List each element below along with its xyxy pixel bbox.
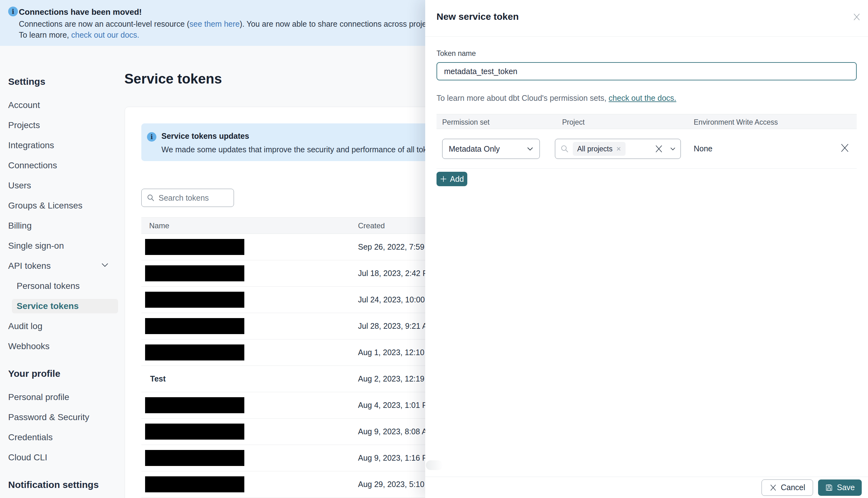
token-name-cell: [141, 292, 358, 308]
save-button-label: Save: [837, 483, 855, 492]
sidebar-item-connections[interactable]: Connections: [8, 155, 126, 175]
check-out-the-docs-link[interactable]: check out the docs.: [609, 94, 676, 102]
redacted-token-name: [145, 344, 244, 361]
drawer-footer: Cancel Save: [425, 477, 868, 498]
redacted-token-name: [145, 476, 244, 492]
sidebar-item-label: API tokens: [8, 261, 51, 271]
redacted-token-name: [145, 423, 244, 440]
sidebar-item-users[interactable]: Users: [8, 175, 126, 196]
sidebar-nav: AccountProjectsIntegrationsConnectionsUs…: [8, 95, 126, 356]
sidebar-item-label: Connections: [8, 160, 57, 170]
add-permission-button[interactable]: Add: [436, 172, 467, 186]
sidebar-item-label: Billing: [8, 221, 32, 231]
sidebar-item-groups-licenses[interactable]: Groups & Licenses: [8, 196, 126, 216]
sidebar-item-label: Integrations: [8, 140, 54, 150]
sidebar-item-webhooks[interactable]: Webhooks: [8, 336, 126, 356]
search-tokens-box[interactable]: [141, 189, 234, 207]
column-header-name: Name: [141, 221, 358, 230]
column-header-permission-set: Permission set: [442, 118, 490, 127]
check-docs-link[interactable]: check out our docs.: [71, 30, 140, 39]
info-icon: i: [8, 6, 18, 16]
plus-icon: [440, 175, 447, 182]
redacted-token-name: [145, 397, 244, 413]
sidebar-item-label: Cloud CLI: [8, 453, 48, 462]
banner-text: To learn more,: [19, 30, 71, 39]
sidebar-item-label: Personal tokens: [17, 281, 80, 291]
token-name-cell: [141, 344, 358, 361]
token-name: Test: [150, 374, 166, 383]
add-button-label: Add: [450, 174, 464, 184]
token-name-cell: [141, 476, 358, 492]
token-name-cell: [141, 318, 358, 334]
sidebar-item-personal-tokens[interactable]: Personal tokens: [8, 276, 126, 296]
search-input[interactable]: [159, 194, 228, 202]
drawer-header: New service token: [425, 0, 868, 37]
see-them-here-link[interactable]: see them here: [189, 19, 240, 28]
sidebar-item-integrations[interactable]: Integrations: [8, 135, 126, 155]
search-icon: [147, 194, 155, 202]
save-button[interactable]: Save: [818, 480, 862, 496]
sidebar-item-projects[interactable]: Projects: [8, 115, 126, 135]
permission-sets-help: To learn more about dbt Cloud's permissi…: [436, 94, 857, 103]
horizontal-scrollbar-thumb[interactable]: [426, 460, 443, 470]
token-name-cell: [141, 239, 358, 255]
sidebar-item-label: Service tokens: [17, 301, 79, 311]
clear-selection-icon[interactable]: [655, 144, 663, 153]
info-icon: i: [147, 132, 156, 142]
help-text: To learn more about dbt Cloud's permissi…: [436, 94, 609, 102]
redacted-token-name: [145, 450, 244, 466]
new-service-token-drawer: New service token Token name To learn mo…: [425, 0, 868, 498]
banner-text: Connections are now an account-level res…: [19, 19, 189, 28]
column-header-project: Project: [562, 118, 585, 127]
redacted-token-name: [145, 239, 244, 255]
sidebar-item-label: Personal profile: [8, 392, 69, 402]
token-name-cell: [141, 450, 358, 466]
notification-settings-heading: Notification settings: [8, 480, 126, 490]
permission-set-select[interactable]: Metadata Only: [442, 139, 540, 159]
project-chip-label: All projects: [577, 145, 613, 153]
sidebar-item-password-security[interactable]: Password & Security: [8, 407, 126, 427]
permission-row: Metadata Only All projects: [436, 129, 857, 169]
permission-set-value: Metadata Only: [449, 144, 500, 154]
token-name-input[interactable]: [436, 62, 857, 80]
sidebar-item-label: Projects: [8, 120, 40, 130]
sidebar-item-credentials[interactable]: Credentials: [8, 427, 126, 447]
sidebar-item-single-sign-on[interactable]: Single sign-on: [8, 236, 126, 256]
sidebar-item-label: Single sign-on: [8, 241, 64, 251]
remove-row-icon[interactable]: [840, 143, 850, 153]
sidebar-item-label: Groups & Licenses: [8, 201, 82, 210]
token-name-cell: [141, 265, 358, 281]
sidebar-item-label: Password & Security: [8, 412, 89, 422]
settings-sidebar: Settings AccountProjectsIntegrationsConn…: [0, 46, 126, 498]
project-multiselect[interactable]: All projects: [555, 139, 681, 159]
column-header-env-write-access: Environment Write Access: [694, 118, 778, 127]
sidebar-item-service-tokens[interactable]: Service tokens: [12, 299, 118, 313]
sidebar-item-cloud-cli[interactable]: Cloud CLI: [8, 447, 126, 468]
sidebar-item-account[interactable]: Account: [8, 95, 126, 115]
search-icon: [560, 144, 569, 153]
banner-title: Connections have been moved!: [19, 7, 142, 17]
cancel-button[interactable]: Cancel: [762, 480, 813, 496]
sidebar-item-billing[interactable]: Billing: [8, 216, 126, 236]
redacted-token-name: [145, 318, 244, 334]
cancel-button-label: Cancel: [781, 483, 805, 492]
redacted-token-name: [145, 292, 244, 308]
settings-heading: Settings: [8, 76, 126, 87]
sidebar-item-label: Account: [8, 100, 40, 110]
drawer-title: New service token: [436, 11, 868, 22]
token-name-label: Token name: [436, 49, 857, 58]
chevron-down-icon[interactable]: [670, 147, 675, 151]
permissions-header: Permission set Project Environment Write…: [436, 114, 857, 129]
sidebar-item-api-tokens[interactable]: API tokens: [8, 256, 126, 276]
close-icon[interactable]: [851, 11, 863, 23]
sidebar-item-audit-log[interactable]: Audit log: [8, 316, 126, 336]
redacted-token-name: [145, 265, 244, 281]
sidebar-item-label: Webhooks: [8, 341, 50, 351]
token-name-cell: [141, 397, 358, 413]
banner-body-line: To learn more, check out our docs.: [19, 30, 140, 40]
page-title: Service tokens: [124, 71, 222, 87]
sidebar-item-personal-profile[interactable]: Personal profile: [8, 387, 126, 407]
chip-remove-icon[interactable]: [616, 146, 621, 151]
sidebar-item-label: Credentials: [8, 432, 53, 442]
your-profile-heading: Your profile: [8, 368, 126, 379]
